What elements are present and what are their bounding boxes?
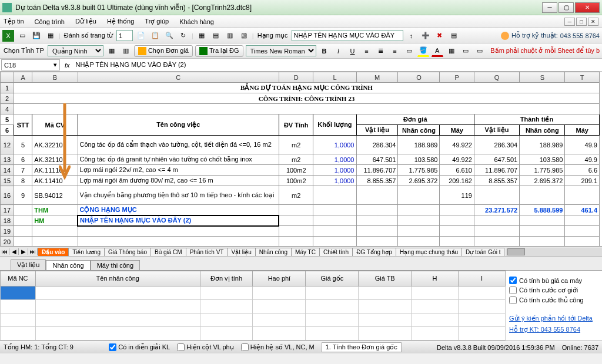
- tool-b[interactable]: 📋: [149, 30, 161, 42]
- col-T[interactable]: T: [565, 72, 600, 83]
- tool-a[interactable]: 📄: [135, 30, 147, 42]
- sheet-tab[interactable]: Tiền lương: [68, 248, 105, 256]
- menu-project[interactable]: Công trình: [35, 18, 65, 25]
- sheet-nav-next[interactable]: ▶: [19, 248, 28, 255]
- feedback-link[interactable]: Gửi ý kiến phản hồi tới Delta: [509, 315, 596, 322]
- col-D[interactable]: D: [279, 72, 313, 83]
- tool-j[interactable]: ▤: [448, 30, 460, 42]
- sheet-nav-last[interactable]: ⏭: [28, 248, 38, 255]
- hdr-dongia: Đơn giá: [356, 114, 474, 125]
- corner-cell[interactable]: [1, 72, 14, 83]
- sheet-tab[interactable]: Nhân công: [255, 248, 292, 256]
- col-S[interactable]: S: [520, 72, 565, 83]
- border-button[interactable]: ▦: [446, 45, 457, 57]
- fontcolor-button[interactable]: A: [432, 45, 443, 57]
- tool2-d[interactable]: ▭: [474, 45, 486, 57]
- tool2-c[interactable]: ▭: [460, 45, 471, 57]
- tool-e[interactable]: ▦: [196, 30, 208, 42]
- mdi-close[interactable]: ✕: [588, 18, 598, 26]
- lower-table[interactable]: Mã NC Tên nhân công Đơn vị tính Hao phí …: [0, 271, 506, 341]
- status-bar: Tổng HM: 1: Tổng CT: 9 Có in diễn giải K…: [0, 341, 602, 353]
- status-chk2[interactable]: Hiện cột VL phụ: [177, 343, 234, 351]
- formula-bar: C18▾ fx NHẬP TÊN HẠNG MỤC VÀO ĐÂY (2): [0, 59, 602, 72]
- col-B[interactable]: B: [32, 72, 78, 83]
- sheet-tab[interactable]: Hạng mục chung thầu: [396, 248, 462, 256]
- col-P[interactable]: P: [440, 72, 474, 83]
- maximize-button[interactable]: ▢: [558, 2, 574, 13]
- status-calcmode: 1. Tính theo Đơn giá gốc: [322, 342, 402, 352]
- tool-f[interactable]: ▤: [210, 30, 222, 42]
- col-A[interactable]: A: [14, 72, 32, 83]
- lower-tab-may[interactable]: Máy thi công: [91, 260, 140, 270]
- tool-c[interactable]: 🔍: [163, 30, 175, 42]
- fx-icon[interactable]: fx: [61, 62, 73, 69]
- chk-cuocthucong[interactable]: Có tính cước thủ công: [509, 296, 596, 304]
- menu-data[interactable]: Dữ liệu: [75, 18, 96, 25]
- sheet-tab[interactable]: Bù giá CM: [150, 248, 186, 256]
- pagenum-input[interactable]: [116, 30, 133, 41]
- status-chk1[interactable]: Có in diễn giải KL: [109, 343, 170, 351]
- formula-content[interactable]: NHẬP TÊN HẠNG MỤC VÀO ĐÂY (2): [73, 61, 602, 69]
- toolbar-1: X ▭ 💾 ▦ | Đánh số trang từ 📄 📋 🔍 ↻ | ▦ ▤…: [0, 28, 602, 43]
- sheet-tab[interactable]: Giá Thông báo: [104, 248, 151, 256]
- selected-cell[interactable]: NHẬP TÊN HẠNG MỤC VÀO ĐÂY (2): [78, 215, 279, 226]
- align-center-button[interactable]: ≣: [375, 45, 387, 57]
- align-left-button[interactable]: ≡: [361, 45, 373, 57]
- sheet-tab[interactable]: Chiết tính: [319, 248, 353, 256]
- sheet-tab[interactable]: Vật liệu: [227, 248, 255, 256]
- hscroll[interactable]: [506, 248, 602, 256]
- col-Q[interactable]: Q: [474, 72, 519, 83]
- delete-red-icon[interactable]: ✖: [434, 30, 446, 42]
- support-link[interactable]: Hỗ trợ KT: 043 555 8764: [509, 326, 596, 333]
- mdi-minimize[interactable]: ─: [564, 18, 575, 26]
- sheet-nav-first[interactable]: ⏮: [0, 248, 9, 255]
- chk-bugiacamay[interactable]: Có tính bù giá ca máy: [509, 277, 596, 284]
- sheet-tab[interactable]: Dự toán Gói t: [461, 248, 504, 256]
- status-chk3[interactable]: Hiện hệ số VL, NC, M: [241, 343, 315, 351]
- sheet-tab[interactable]: ĐG Tổng hợp: [352, 248, 396, 256]
- menu-file[interactable]: Tệp tin: [4, 18, 24, 25]
- save-icon[interactable]: 💾: [31, 30, 42, 42]
- mdi-restore[interactable]: □: [576, 18, 587, 26]
- sheet-tab[interactable]: Phân tích VT: [186, 248, 228, 256]
- lower-grid: Mã NC Tên nhân công Đơn vị tính Hao phí …: [0, 270, 602, 341]
- merge-button[interactable]: ▭: [403, 45, 415, 57]
- print-icon[interactable]: ▦: [45, 30, 56, 42]
- minimize-button[interactable]: ─: [542, 2, 557, 13]
- add-green-icon[interactable]: ➕: [420, 30, 432, 42]
- col-L[interactable]: L: [313, 72, 356, 83]
- tool-h[interactable]: ▧: [238, 30, 250, 42]
- tinh-select[interactable]: Quảng Ninh: [48, 45, 103, 56]
- align-right-button[interactable]: ≡: [389, 45, 401, 57]
- fillcolor-button[interactable]: 🪣: [417, 45, 429, 57]
- menu-customer[interactable]: Khách hàng: [179, 18, 214, 25]
- sheet-tab[interactable]: Đầu vào: [38, 248, 69, 256]
- underline-button[interactable]: U: [347, 45, 359, 57]
- italic-button[interactable]: I: [333, 45, 345, 57]
- sheet-nav-prev[interactable]: ◀: [9, 248, 19, 255]
- tool-i[interactable]: ↕: [406, 30, 417, 42]
- col-M[interactable]: M: [356, 72, 398, 83]
- col-C[interactable]: C: [78, 72, 279, 83]
- tool2-b[interactable]: ▥: [120, 45, 132, 57]
- tool-d[interactable]: ↻: [178, 30, 189, 42]
- menu-system[interactable]: Hệ thống: [107, 18, 134, 25]
- tool-g[interactable]: ▥: [224, 30, 236, 42]
- hangmuc-input[interactable]: [292, 30, 403, 41]
- close-button[interactable]: ✕: [575, 2, 600, 13]
- col-O[interactable]: O: [398, 72, 440, 83]
- name-box[interactable]: C18▾: [1, 59, 60, 70]
- chon-dongia-button[interactable]: Chọn Đơn giá: [134, 45, 193, 57]
- bold-button[interactable]: B: [319, 45, 330, 57]
- lower-tab-vl[interactable]: Vật liệu: [11, 259, 46, 270]
- spreadsheet-grid[interactable]: A B C D L M O P Q S T 1BẢNG DỰ TOÁN HẠNG…: [0, 72, 602, 257]
- chk-cuoccogioi[interactable]: Có tính cước cơ giới: [509, 287, 596, 294]
- lower-tab-nc[interactable]: Nhân công: [46, 260, 90, 270]
- doc-icon[interactable]: ▭: [16, 30, 28, 42]
- tool2-a[interactable]: ▦: [106, 45, 118, 57]
- menu-help[interactable]: Trợ giúp: [145, 18, 169, 25]
- sheet-tab[interactable]: Máy TC: [291, 248, 320, 256]
- font-select[interactable]: Times New Roman: [246, 45, 316, 56]
- excel-icon[interactable]: X: [2, 30, 14, 42]
- tra-dongia-button[interactable]: Tra lại ĐG: [195, 45, 243, 57]
